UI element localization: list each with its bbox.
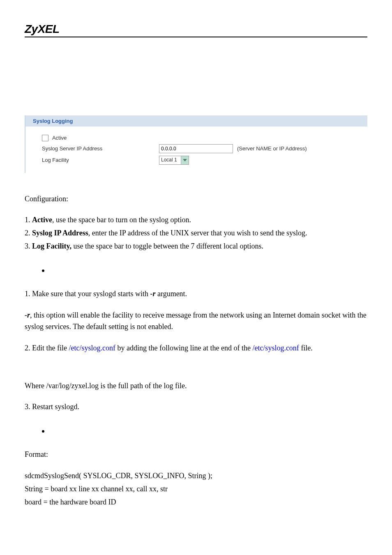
facility-row: Log Facility Local 1 (42, 156, 367, 165)
unix-step-3: 3. Restart syslogd. (25, 401, 367, 413)
unix-where: Where /var/log/zyxel.log is the full pat… (25, 380, 367, 392)
bullet-dot-icon (42, 430, 44, 433)
unix-r-para: -r, this option will enable the facility… (25, 310, 367, 333)
panel-body: Active Syslog Server IP Address (Server … (25, 127, 367, 173)
config-item-2: 2. Syslog IP Address, enter the IP addre… (25, 228, 367, 239)
format-line-2: String = board xx line xx channel xx, ca… (25, 484, 367, 495)
ip-row: Syslog Server IP Address (Server NAME or… (42, 144, 367, 153)
unix-step-2: 2. Edit the file /etc/syslog.conf by add… (25, 343, 367, 354)
active-label: Active (52, 135, 67, 141)
facility-value: Local 1 (159, 156, 181, 164)
chevron-down-icon (181, 156, 189, 164)
header-rule (25, 37, 367, 37)
syslog-panel: Syslog Logging Active Syslog Server IP A… (25, 115, 367, 173)
format-line-3: board = the hardware board ID (25, 497, 367, 508)
ip-label: Syslog Server IP Address (42, 145, 159, 152)
config-item-1: 1. Active, use the space bar to turn on … (25, 214, 367, 226)
format-heading: Format: (25, 449, 367, 461)
brand-logo: ZyXEL (25, 23, 367, 36)
document-body: Configuration: 1. Active, use the space … (25, 193, 367, 508)
config-heading: Configuration: (25, 193, 367, 205)
format-line-1: sdcmdSyslogSend( SYSLOG_CDR, SYSLOG_INFO… (25, 470, 367, 482)
facility-label: Log Facility (42, 157, 159, 163)
facility-select[interactable]: Local 1 (159, 156, 189, 165)
ip-hint: (Server NAME or IP Address) (237, 145, 307, 152)
unix-step-1: 1. Make sure that your syslogd starts wi… (25, 288, 367, 300)
config-item-3: 3. Log Facility, use the space bar to to… (25, 241, 367, 252)
bullet-1 (42, 265, 367, 276)
bullet-2 (42, 425, 367, 437)
panel-title: Syslog Logging (25, 115, 367, 127)
ip-input[interactable] (159, 144, 233, 153)
bullet-dot-icon (42, 269, 44, 272)
active-checkbox[interactable] (42, 135, 48, 141)
active-row: Active (42, 135, 367, 142)
